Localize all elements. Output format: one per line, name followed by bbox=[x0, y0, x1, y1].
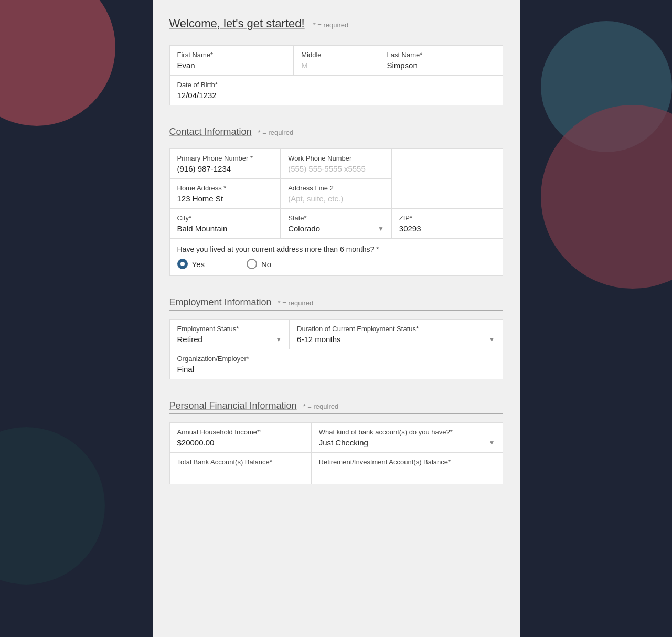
lived-radio-group: Yes No bbox=[177, 259, 495, 269]
zip-value[interactable]: 30293 bbox=[399, 224, 495, 233]
employment-required-note: * = required bbox=[278, 299, 314, 307]
employment-fields-table: Employment Status* Retired ▼ Duration of… bbox=[169, 319, 503, 379]
financial-section-header: Personal Financial Information * = requi… bbox=[169, 400, 503, 414]
lived-address-question: Have you lived at your current address m… bbox=[177, 245, 495, 253]
home-address-value[interactable]: 123 Home St bbox=[177, 194, 273, 203]
phone-row: Primary Phone Number * (916) 987-1234 Wo… bbox=[169, 149, 503, 179]
address-row: Home Address * 123 Home St Address Line … bbox=[169, 179, 503, 209]
state-label: State* bbox=[288, 214, 384, 222]
employment-duration-label: Duration of Current Employment Status* bbox=[297, 325, 495, 333]
dob-cell: Date of Birth* 12/04/1232 bbox=[169, 76, 503, 105]
middle-name-cell: Middle M bbox=[294, 46, 379, 76]
employment-section-header: Employment Information * = required bbox=[169, 297, 503, 311]
bank-type-cell: What kind of bank account(s) do you have… bbox=[311, 423, 503, 453]
middle-name-label: Middle bbox=[301, 51, 371, 59]
org-cell: Organization/Employer* Final bbox=[169, 349, 503, 379]
contact-section: Contact Information * = required Primary… bbox=[169, 126, 503, 276]
financial-section: Personal Financial Information * = requi… bbox=[169, 400, 503, 484]
employment-section: Employment Information * = required Empl… bbox=[169, 297, 503, 379]
employment-status-arrow: ▼ bbox=[275, 336, 282, 343]
income-row: Annual Household Income*¹ $20000.00 What… bbox=[169, 423, 503, 453]
yes-radio-option[interactable]: Yes bbox=[177, 259, 205, 269]
bank-type-value: Just Checking bbox=[319, 438, 368, 447]
total-bank-cell: Total Bank Account(s) Balance* bbox=[169, 453, 311, 484]
org-value[interactable]: Final bbox=[177, 365, 495, 374]
employment-duration-value: 6-12 months bbox=[297, 335, 340, 344]
employment-status-label: Employment Status* bbox=[177, 325, 282, 333]
financial-fields-table: Annual Household Income*¹ $20000.00 What… bbox=[169, 422, 503, 484]
income-label: Annual Household Income*¹ bbox=[177, 428, 304, 436]
employment-status-cell: Employment Status* Retired ▼ bbox=[169, 320, 290, 349]
name-row: First Name* Evan Middle M Last Name* Sim… bbox=[169, 46, 503, 76]
no-radio-option[interactable]: No bbox=[247, 259, 271, 269]
page-wrapper: Welcome, let's get started! * = required… bbox=[0, 0, 672, 637]
employment-status-value: Retired bbox=[177, 335, 202, 344]
retirement-cell: Retirement/Investment Account(s) Balance… bbox=[311, 453, 503, 484]
address-line2-label: Address Line 2 bbox=[288, 184, 384, 192]
lived-address-cell: Have you lived at your current address m… bbox=[169, 239, 503, 276]
welcome-header: Welcome, let's get started! * = required bbox=[169, 17, 503, 35]
city-state-zip-row: City* Bald Mountain State* Colorado ▼ ZI… bbox=[169, 209, 503, 239]
contact-required-note: * = required bbox=[258, 129, 294, 136]
home-address-label: Home Address * bbox=[177, 184, 273, 192]
primary-phone-label: Primary Phone Number * bbox=[177, 154, 273, 162]
primary-phone-value[interactable]: (916) 987-1234 bbox=[177, 164, 273, 173]
contact-section-title: Contact Information bbox=[169, 126, 252, 137]
welcome-section: Welcome, let's get started! * = required… bbox=[169, 17, 503, 105]
org-row: Organization/Employer* Final bbox=[169, 349, 503, 379]
total-bank-label: Total Bank Account(s) Balance* bbox=[177, 458, 304, 466]
bank-type-label: What kind of bank account(s) do you have… bbox=[319, 428, 495, 436]
bank-type-dropdown[interactable]: Just Checking ▼ bbox=[319, 438, 495, 447]
yes-radio-circle[interactable] bbox=[177, 259, 188, 269]
dob-row: Date of Birth* 12/04/1232 bbox=[169, 76, 503, 105]
retirement-label: Retirement/Investment Account(s) Balance… bbox=[319, 458, 495, 466]
income-value[interactable]: $20000.00 bbox=[177, 438, 304, 447]
state-value: Colorado bbox=[288, 224, 320, 233]
employment-status-dropdown[interactable]: Retired ▼ bbox=[177, 335, 282, 344]
last-name-cell: Last Name* Simpson bbox=[379, 46, 503, 76]
zip-label: ZIP* bbox=[399, 214, 495, 222]
dob-value[interactable]: 12/04/1232 bbox=[177, 91, 495, 100]
dob-label: Date of Birth* bbox=[177, 81, 495, 89]
employment-duration-cell: Duration of Current Employment Status* 6… bbox=[290, 320, 503, 349]
first-name-value[interactable]: Evan bbox=[177, 61, 286, 70]
middle-name-placeholder[interactable]: M bbox=[301, 61, 371, 70]
employment-duration-arrow: ▼ bbox=[489, 336, 495, 343]
balance-row: Total Bank Account(s) Balance* Retiremen… bbox=[169, 453, 503, 484]
work-phone-placeholder[interactable]: (555) 555-5555 x5555 bbox=[288, 164, 384, 173]
first-name-cell: First Name* Evan bbox=[169, 46, 294, 76]
address-line2-placeholder[interactable]: (Apt, suite, etc.) bbox=[288, 194, 384, 203]
home-address-cell: Home Address * 123 Home St bbox=[169, 179, 281, 209]
lived-address-row: Have you lived at your current address m… bbox=[169, 239, 503, 276]
bank-type-arrow: ▼ bbox=[489, 439, 495, 447]
primary-phone-cell: Primary Phone Number * (916) 987-1234 bbox=[169, 149, 281, 179]
city-label: City* bbox=[177, 214, 273, 222]
org-label: Organization/Employer* bbox=[177, 355, 495, 363]
work-phone-label: Work Phone Number bbox=[288, 154, 384, 162]
last-name-value[interactable]: Simpson bbox=[387, 61, 495, 70]
income-cell: Annual Household Income*¹ $20000.00 bbox=[169, 423, 311, 453]
state-dropdown-wrapper[interactable]: Colorado ▼ bbox=[288, 224, 384, 233]
last-name-label: Last Name* bbox=[387, 51, 495, 59]
no-radio-label: No bbox=[261, 260, 271, 269]
no-radio-circle[interactable] bbox=[247, 259, 257, 269]
contact-section-header: Contact Information * = required bbox=[169, 126, 503, 140]
first-name-label: First Name* bbox=[177, 51, 286, 59]
employment-duration-dropdown[interactable]: 6-12 months ▼ bbox=[297, 335, 495, 344]
state-dropdown-arrow: ▼ bbox=[378, 225, 384, 232]
financial-section-title: Personal Financial Information bbox=[169, 400, 297, 411]
employment-status-row: Employment Status* Retired ▼ Duration of… bbox=[169, 320, 503, 349]
yes-radio-label: Yes bbox=[192, 260, 205, 269]
welcome-fields-table: First Name* Evan Middle M Last Name* Sim… bbox=[169, 45, 503, 105]
city-cell: City* Bald Mountain bbox=[169, 209, 281, 239]
form-container: Welcome, let's get started! * = required… bbox=[153, 0, 520, 637]
contact-fields-table: Primary Phone Number * (916) 987-1234 Wo… bbox=[169, 148, 503, 276]
employment-section-title: Employment Information bbox=[169, 297, 272, 308]
city-value[interactable]: Bald Mountain bbox=[177, 224, 273, 233]
welcome-required-note: * = required bbox=[313, 21, 349, 29]
zip-cell: ZIP* 30293 bbox=[391, 209, 503, 239]
financial-required-note: * = required bbox=[303, 402, 339, 410]
address-line2-cell: Address Line 2 (Apt, suite, etc.) bbox=[281, 179, 392, 209]
welcome-title: Welcome, let's get started! bbox=[169, 17, 305, 30]
state-cell: State* Colorado ▼ bbox=[281, 209, 392, 239]
